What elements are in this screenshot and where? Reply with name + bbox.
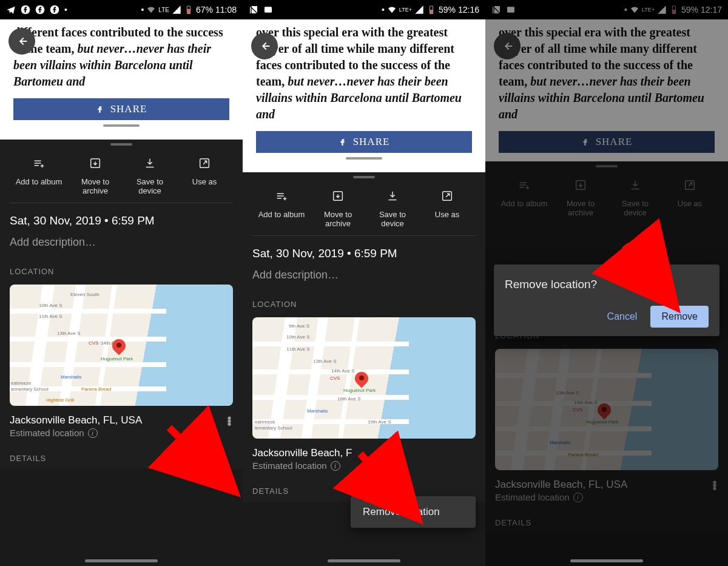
article-preview: different faces contributed to the succe… <box>0 19 243 140</box>
news-icon <box>263 5 273 15</box>
location-map[interactable]: 9th Ave S 10th Ave S 11th Ave S 13th Ave… <box>252 317 476 439</box>
network-type: LTE+ <box>399 7 412 13</box>
map-street: 13th Ave S <box>313 359 337 364</box>
share-label: SHARE <box>353 135 390 149</box>
telegram-icon <box>6 5 16 15</box>
map-street: 10th Ave S <box>39 303 62 308</box>
svg-rect-10 <box>265 7 272 12</box>
signal-icon <box>172 5 181 15</box>
open-external-icon <box>420 188 474 204</box>
more-dot-icon: • <box>141 5 144 15</box>
share-button[interactable]: SHARE <box>13 98 229 120</box>
map-street: 9th Ave S <box>289 323 309 329</box>
map-poi: Marshalls <box>61 374 81 380</box>
add-to-album-button[interactable]: Add to album <box>252 184 311 232</box>
svg-rect-12 <box>430 10 433 13</box>
status-bar: • LTE+ 59% 12:16 <box>243 0 485 19</box>
location-section-label: LOCATION <box>0 251 243 282</box>
map-street: 11th Ave S <box>39 314 62 319</box>
network-type: LTE <box>158 7 169 13</box>
back-button[interactable] <box>8 28 35 55</box>
location-map[interactable]: Eleven South 10th Ave S 11th Ave S 13th … <box>10 285 233 406</box>
share-label: SHARE <box>110 103 147 116</box>
photo-info-sheet: Add to album Move toarchive Save todevic… <box>243 172 485 502</box>
sheet-handle[interactable] <box>243 172 485 182</box>
action-label: Save to <box>136 177 163 186</box>
location-estimated: Estimated location i <box>252 460 480 471</box>
action-label: archive <box>83 186 108 195</box>
add-description-field[interactable]: Add description… <box>243 263 485 284</box>
dialog-title: Remove location? <box>505 278 709 291</box>
details-section-label: DETAILS <box>0 438 243 469</box>
action-label: Save to <box>379 210 406 219</box>
move-to-archive-button[interactable]: Move toarchive <box>311 184 365 232</box>
home-indicator[interactable] <box>85 559 158 562</box>
action-label: Use as <box>192 177 217 186</box>
action-label: Move to <box>324 210 352 219</box>
slideshow-button[interactable]: Slide <box>232 152 233 199</box>
status-bar: • • LTE 67% 11:08 <box>0 0 243 19</box>
move-to-archive-button[interactable]: Move toarchive <box>68 152 123 199</box>
map-street: 14th Ave S <box>331 368 355 374</box>
phone-1: • • LTE 67% 11:08 different faces contri… <box>0 0 243 566</box>
home-indicator[interactable] <box>570 559 643 562</box>
sheet-grab-upper[interactable] <box>256 153 472 164</box>
remove-button[interactable]: Remove <box>650 306 709 328</box>
map-poi: Marshalls <box>307 408 328 414</box>
action-label: Move to <box>81 177 109 186</box>
share-button[interactable]: SHARE <box>256 131 472 153</box>
map-poi: Panera Bread <box>81 386 111 392</box>
svg-rect-4 <box>187 9 190 13</box>
wifi-icon <box>387 5 397 15</box>
map-street: 16th Ave S <box>337 396 361 402</box>
use-as-button[interactable]: Use as <box>420 184 474 232</box>
archive-icon <box>68 155 123 171</box>
location-name: Jacksonville Beach, F <box>252 447 480 459</box>
open-external-icon <box>177 155 232 171</box>
action-label: Add to album <box>258 210 305 219</box>
phone-2: • LTE+ 59% 12:16 over this special era w… <box>243 0 485 566</box>
add-description-field[interactable]: Add description… <box>0 230 243 251</box>
info-icon[interactable]: i <box>88 428 98 438</box>
info-icon[interactable]: i <box>331 461 340 471</box>
archive-icon <box>311 188 365 204</box>
remove-location-popup[interactable]: Remove location <box>351 496 476 528</box>
download-icon <box>123 155 177 171</box>
action-row[interactable]: Add to album Move toarchive Save todevic… <box>252 182 476 236</box>
sheet-grab-upper[interactable] <box>13 120 229 131</box>
action-row[interactable]: Add to album Move toarchive Save todevic… <box>10 149 233 203</box>
more-dot-icon: • <box>64 5 67 15</box>
home-indicator[interactable] <box>328 559 400 562</box>
add-to-album-button[interactable]: Add to album <box>10 152 68 199</box>
clock-text: 11:08 <box>215 5 237 15</box>
action-label: device <box>138 186 161 195</box>
battery-text: 59% <box>439 5 456 15</box>
save-to-device-button[interactable]: Save todevice <box>123 152 177 199</box>
photo-info-sheet: Add to album Move toarchive Save todevic… <box>0 140 243 469</box>
location-row: Jacksonville Beach, F Estimated location… <box>243 439 485 471</box>
save-to-device-button[interactable]: Save todevice <box>365 184 420 232</box>
wifi-icon <box>146 5 156 15</box>
sheet-handle[interactable] <box>0 140 243 149</box>
map-poi: Eleven South <box>70 292 99 297</box>
app-icon <box>249 5 258 15</box>
location-section-label: LOCATION <box>243 284 485 315</box>
location-row: Jacksonville Beach, FL, USA Estimated lo… <box>0 406 243 438</box>
map-pin-icon <box>355 372 368 385</box>
battery-icon <box>426 5 436 15</box>
photo-datetime: Sat, 30 Nov, 2019 • 6:59 PM <box>0 203 243 230</box>
add-to-album-icon <box>252 188 311 204</box>
location-name: Jacksonville Beach, FL, USA <box>10 414 221 426</box>
map-poi: Huguenot Park <box>343 388 376 393</box>
action-label: device <box>381 219 404 228</box>
photo-datetime: Sat, 30 Nov, 2019 • 6:59 PM <box>243 236 485 263</box>
back-button[interactable] <box>251 33 278 59</box>
map-poi: eabreeze <box>255 419 275 425</box>
battery-text: 67% <box>196 5 213 15</box>
action-label: Add to album <box>16 177 62 186</box>
cancel-button[interactable]: Cancel <box>599 306 646 328</box>
slideshow-button[interactable]: Slid <box>474 184 476 232</box>
use-as-button[interactable]: Use as <box>177 152 232 199</box>
location-overflow-button[interactable]: ••• <box>221 414 238 426</box>
map-poi: CVS <box>330 376 340 381</box>
